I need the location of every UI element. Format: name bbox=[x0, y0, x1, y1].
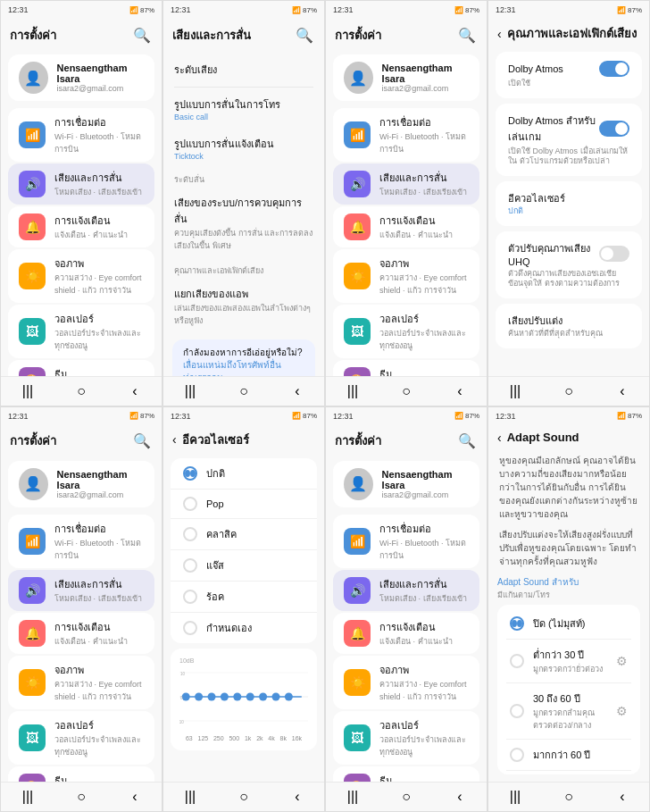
recents-button-4[interactable]: ||| bbox=[506, 382, 524, 400]
back-button-5[interactable]: ‹ bbox=[126, 788, 144, 806]
sound-notif-pattern-item[interactable]: รูปแบบการสั่นแจ้งเตือน Ticktock bbox=[163, 129, 324, 168]
sound-ring-pattern-item[interactable]: รูปแบบการสั่นในการโทร Basic call bbox=[163, 89, 324, 129]
sound-app-item[interactable]: แยกเสียงของแอพ เล่นเสียงของแอพสองแอพในลำ… bbox=[163, 279, 324, 334]
gear-icon-under30[interactable]: ⚙ bbox=[616, 654, 628, 668]
settings-item-wallpaper-5[interactable]: 🖼 วอลเปอร์ วอลเปอร์ประจำเพลงและทุกช่องอน… bbox=[8, 711, 154, 765]
home-button-4[interactable]: ○ bbox=[560, 382, 578, 400]
eq-knob-250[interactable] bbox=[208, 692, 216, 700]
settings-item-sound-5[interactable]: 🔊 เสียงและการสั่น โหมดเสียง · เสียงเรียง… bbox=[8, 570, 154, 611]
eq-knob-125[interactable] bbox=[195, 692, 203, 700]
settings-item-wallpaper-1[interactable]: 🖼 วอลเปอร์ วอลเปอร์ประจำเพลงและทุกช่องอน… bbox=[8, 305, 154, 358]
recents-button-6[interactable]: ||| bbox=[181, 788, 199, 806]
adapt-option-under30[interactable]: ต่ำกว่า 30 ปี มูกตรวดกว่ายั่วต่อวง ⚙ bbox=[506, 640, 631, 683]
back-button-4[interactable]: ‹ bbox=[613, 382, 631, 400]
item-text-sound-7: เสียงและการสั่น โหมดเสียง · เสียงเรียงเข… bbox=[379, 576, 467, 605]
search-button-3[interactable]: 🔍 bbox=[456, 24, 478, 46]
recents-button-3[interactable]: ||| bbox=[344, 382, 362, 400]
settings-item-display-3[interactable]: ☀️ จอภาพ ความสว่าง · Eye comfort shield … bbox=[333, 249, 479, 303]
eq-knob-63[interactable] bbox=[182, 692, 190, 700]
eq-option-normal[interactable]: ปกติ bbox=[171, 458, 317, 490]
settings-item-wallpaper-3[interactable]: 🖼 วอลเปอร์ วอลเปอร์ประจำเพลงและทุกช่องอน… bbox=[333, 305, 479, 358]
back-button-2[interactable]: ‹ bbox=[288, 382, 306, 400]
eq-knob-500[interactable] bbox=[221, 692, 229, 700]
profile-section-5[interactable]: 👤 Nensaengtham Isara isara2@gmail.com bbox=[8, 461, 154, 507]
adapt-option-off[interactable]: ปิด (ไม่มุสท์) bbox=[506, 608, 631, 640]
home-button-3[interactable]: ○ bbox=[397, 382, 415, 400]
eq-knob-8k[interactable] bbox=[272, 692, 280, 700]
eq-knob-4k[interactable] bbox=[259, 692, 267, 700]
battery-icon-1: 📶 bbox=[129, 6, 138, 14]
adapt-option-30to60[interactable]: 30 ถึง 60 ปี มูกตรวดกลำมคุณตรวดต่อวง/กลา… bbox=[506, 683, 631, 740]
settings-item-theme-5[interactable]: 🎨 ธีม ธีม · วอลเปอร์ · ไอคอน bbox=[8, 766, 154, 783]
dolby-atmos-toggle[interactable] bbox=[599, 61, 629, 77]
dolby-atmos-item[interactable]: Dolby Atmos เปิดใช้ bbox=[496, 52, 642, 98]
recents-button-1[interactable]: ||| bbox=[19, 382, 37, 400]
back-button-1[interactable]: ‹ bbox=[126, 382, 144, 400]
item-text-notif-5: การแจ้งเตือน แจ้งเตือน · คำแนะนำ bbox=[54, 619, 128, 648]
home-button-2[interactable]: ○ bbox=[235, 382, 253, 400]
home-button-6[interactable]: ○ bbox=[235, 788, 253, 806]
eq-option-jazz[interactable]: แจ๊ส bbox=[171, 550, 317, 582]
eq-knob-2k[interactable] bbox=[246, 692, 254, 700]
eq-option-pop[interactable]: Pop bbox=[171, 490, 317, 519]
back-arrow-4[interactable]: ‹ bbox=[497, 27, 502, 41]
settings-item-wifi-5[interactable]: 📶 การเชื่อมต่อ Wi-Fi · Bluetooth · โหมดก… bbox=[8, 515, 154, 568]
gear-icon-30to60[interactable]: ⚙ bbox=[616, 704, 628, 718]
back-button-6[interactable]: ‹ bbox=[288, 788, 306, 806]
profile-section-3[interactable]: 👤 Nensaengtham Isara isara2@gmail.com bbox=[333, 54, 479, 101]
settings-item-sound-1[interactable]: 🔊 เสียงและการสั่น โหมดเสียง · เสียงเรียง… bbox=[8, 163, 154, 205]
search-button-1[interactable]: 🔍 bbox=[131, 24, 153, 46]
adapt-option-over60[interactable]: มากกว่า 60 ปี bbox=[506, 740, 631, 771]
home-button-5[interactable]: ○ bbox=[72, 788, 90, 806]
settings-item-notif-1[interactable]: 🔔 การแจ้งเตือน แจ้งเตือน · คำแนะนำ bbox=[8, 206, 154, 247]
settings-item-display-1[interactable]: ☀️ จอภาพ ความสว่าง · Eye comfort shield … bbox=[8, 249, 154, 303]
search-button-5[interactable]: 🔍 bbox=[131, 431, 153, 452]
status-icons-7: 📶 87% bbox=[454, 412, 479, 420]
back-arrow-8[interactable]: ‹ bbox=[497, 431, 502, 445]
recents-button-8[interactable]: ||| bbox=[506, 788, 524, 806]
settings-item-wifi-7[interactable]: 📶 การเชื่อมต่อ Wi-Fi · Bluetooth · โหมดก… bbox=[333, 515, 479, 568]
settings-item-display-5[interactable]: ☀️ จอภาพ ความสว่าง · Eye comfort shield … bbox=[8, 656, 154, 709]
adapt-sound-item[interactable]: เสียงปรับแต่ง ค้นหาตัวที่ดีที่สุดสำหรับค… bbox=[496, 304, 642, 348]
search-button-2[interactable]: 🔍 bbox=[294, 24, 315, 46]
settings-item-sound-3[interactable]: 🔊 เสียงและการสั่น โหมดเสียง · เสียงเรียง… bbox=[333, 163, 479, 205]
home-button-1[interactable]: ○ bbox=[72, 382, 90, 400]
settings-item-wifi-1[interactable]: 📶 การเชื่อมต่อ Wi-Fi · Bluetooth · โหมดก… bbox=[8, 108, 154, 162]
back-button-8[interactable]: ‹ bbox=[613, 788, 631, 806]
settings-item-notif-3[interactable]: 🔔 การแจ้งเตือน แจ้งเตือน · คำแนะนำ bbox=[333, 206, 479, 247]
tooltip-link1[interactable]: เลื่อนแหน่มถึงโทรศัพท์อื่น bbox=[183, 359, 304, 372]
profile-section-7[interactable]: 👤 Nensaengtham Isara isara2@gmail.com bbox=[333, 461, 479, 507]
eq-option-custom[interactable]: กำหนดเอง bbox=[171, 613, 317, 643]
settings-item-display-7[interactable]: ☀️ จอภาพ ความสว่าง · Eye comfort shield … bbox=[333, 656, 479, 709]
search-button-7[interactable]: 🔍 bbox=[456, 431, 478, 452]
settings-item-notif-5[interactable]: 🔔 การแจ้งเตือน แจ้งเตือน · คำแนะนำ bbox=[8, 613, 154, 654]
settings-item-theme-3[interactable]: 🎨 ธีม ธีม · วอลเปอร์ · ไอคอน bbox=[333, 360, 479, 376]
recents-button-7[interactable]: ||| bbox=[344, 788, 362, 806]
eq-option-rock[interactable]: ร้อค bbox=[171, 582, 317, 613]
settings-item-wallpaper-7[interactable]: 🖼 วอลเปอร์ วอลเปอร์ประจำเพลงและทุกช่องอน… bbox=[333, 711, 479, 765]
home-button-7[interactable]: ○ bbox=[397, 788, 415, 806]
item-text-theme-3: ธีม ธีม · วอลเปอร์ · ไอคอน bbox=[379, 366, 459, 376]
eq-knob-1k[interactable] bbox=[233, 692, 241, 700]
settings-item-wifi-3[interactable]: 📶 การเชื่อมต่อ Wi-Fi · Bluetooth · โหมดก… bbox=[333, 108, 479, 162]
dolby-game-item[interactable]: Dolby Atmos สำหรับเล่นเกม เปิดใช้ Dolby … bbox=[496, 104, 642, 176]
recents-button-5[interactable]: ||| bbox=[19, 788, 37, 806]
home-button-8[interactable]: ○ bbox=[560, 788, 578, 806]
recents-button-2[interactable]: ||| bbox=[181, 382, 199, 400]
eq-option-classic[interactable]: คลาสิค bbox=[171, 519, 317, 550]
sound-system-item[interactable]: เสียงของระบบ/การควบคุมการสั่น ควบคุมเสีย… bbox=[163, 188, 324, 259]
eq-knob-16k[interactable] bbox=[285, 692, 293, 700]
settings-item-theme-1[interactable]: 🎨 ธีม ธีม · วอลเปอร์ · ไอคอน bbox=[8, 360, 154, 376]
dolby-game-toggle[interactable] bbox=[599, 121, 629, 137]
back-button-7[interactable]: ‹ bbox=[451, 788, 469, 806]
back-button-3[interactable]: ‹ bbox=[451, 382, 469, 400]
settings-item-sound-7[interactable]: 🔊 เสียงและการสั่น โหมดเสียง · เสียงเรียง… bbox=[333, 570, 479, 611]
sound-volume-item[interactable]: ระดับเสียง bbox=[163, 54, 324, 85]
profile-section-1[interactable]: 👤 Nensaengtham Isara isara2@gmail.com bbox=[8, 54, 154, 101]
back-arrow-6[interactable]: ‹ bbox=[172, 432, 177, 447]
settings-item-notif-7[interactable]: 🔔 การแจ้งเตือน แจ้งเตือน · คำแนะนำ bbox=[333, 613, 479, 654]
uhq-toggle[interactable] bbox=[599, 246, 629, 262]
uhq-item[interactable]: ตัวปรับคุณภาพเสียง UHQ ตัวดึงคุณภาพเสียง… bbox=[496, 231, 642, 298]
settings-item-theme-7[interactable]: 🎨 ธีม ธีม · วอลเปอร์ · ไอคอน bbox=[333, 766, 479, 783]
equalizer-item[interactable]: อีควอไลเซอร์ ปกติ bbox=[496, 181, 642, 226]
